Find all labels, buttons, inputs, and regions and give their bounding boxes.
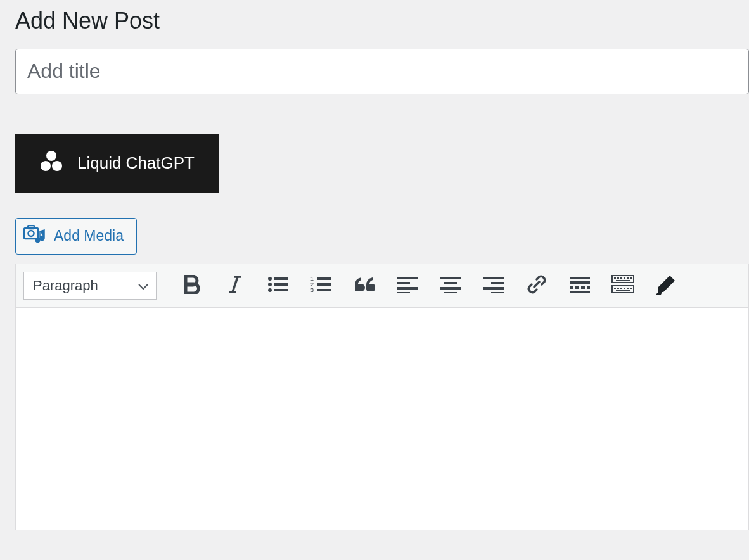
svg-rect-32 (491, 292, 504, 293)
page-title: Add New Post (15, 6, 749, 36)
svg-rect-24 (397, 292, 410, 293)
svg-rect-29 (483, 277, 504, 279)
editor-toolbar: Paragraph (16, 264, 748, 308)
svg-rect-3 (24, 228, 38, 239)
svg-rect-36 (575, 286, 579, 289)
svg-rect-46 (630, 277, 632, 279)
keyboard-icon (611, 275, 634, 296)
read-more-icon (570, 276, 590, 295)
svg-rect-12 (274, 283, 288, 286)
liquid-icon (39, 150, 63, 176)
align-right-button[interactable] (478, 270, 509, 301)
svg-rect-41 (614, 277, 616, 279)
svg-point-0 (46, 151, 56, 161)
toolbar-toggle-button[interactable] (608, 270, 638, 301)
liquid-button-label: Liquid ChatGPT (77, 153, 195, 173)
svg-rect-25 (440, 277, 461, 279)
svg-rect-20 (317, 289, 331, 291)
svg-point-1 (41, 161, 51, 171)
svg-rect-33 (570, 277, 590, 279)
svg-point-4 (29, 231, 34, 236)
svg-rect-38 (587, 286, 590, 289)
svg-rect-54 (630, 288, 632, 289)
svg-rect-40 (612, 276, 634, 283)
highlighter-button[interactable] (651, 270, 681, 301)
svg-rect-55 (616, 290, 630, 291)
svg-rect-50 (617, 288, 619, 289)
svg-rect-10 (274, 277, 288, 280)
add-media-button[interactable]: Add Media (15, 218, 137, 255)
bold-icon (183, 275, 201, 296)
align-left-button[interactable] (392, 270, 423, 301)
liquid-chatgpt-button[interactable]: Liquid ChatGPT (15, 134, 219, 193)
svg-rect-23 (397, 287, 418, 290)
svg-rect-47 (616, 280, 630, 281)
read-more-button[interactable] (565, 270, 595, 301)
svg-rect-27 (440, 287, 461, 290)
bold-button[interactable] (177, 270, 207, 301)
svg-rect-51 (620, 288, 622, 289)
svg-rect-22 (397, 282, 410, 284)
camera-music-icon (23, 225, 46, 248)
svg-point-9 (268, 277, 272, 281)
quote-icon (354, 276, 375, 295)
align-center-button[interactable] (435, 270, 466, 301)
bullet-list-button[interactable] (263, 270, 293, 301)
align-left-icon (397, 276, 418, 295)
svg-rect-45 (627, 277, 629, 279)
italic-icon (227, 275, 243, 296)
svg-rect-18 (317, 283, 331, 286)
svg-rect-43 (620, 277, 622, 279)
svg-rect-16 (317, 277, 331, 280)
link-button[interactable] (522, 270, 552, 301)
format-select[interactable]: Paragraph (23, 272, 157, 300)
svg-rect-26 (444, 282, 457, 284)
title-input-wrap (15, 49, 749, 94)
svg-line-8 (233, 277, 238, 292)
svg-rect-5 (28, 226, 34, 229)
svg-rect-14 (274, 289, 288, 291)
svg-text:3: 3 (310, 287, 314, 293)
format-select-value: Paragraph (33, 277, 98, 294)
editor-content[interactable] (16, 308, 748, 530)
svg-point-2 (52, 161, 62, 171)
svg-rect-28 (444, 292, 457, 293)
svg-rect-30 (491, 282, 504, 284)
add-media-label: Add Media (54, 227, 124, 245)
svg-rect-44 (624, 277, 625, 279)
svg-rect-31 (483, 287, 504, 290)
svg-rect-21 (397, 277, 418, 279)
svg-point-11 (268, 283, 272, 286)
svg-rect-39 (570, 291, 590, 293)
numbered-list-icon: 1 2 3 (310, 276, 332, 295)
svg-rect-49 (614, 288, 616, 289)
blockquote-button[interactable] (349, 270, 380, 301)
svg-rect-52 (624, 288, 625, 289)
svg-rect-37 (581, 286, 585, 289)
svg-point-13 (268, 288, 272, 292)
align-right-icon (483, 276, 504, 295)
editor-wrap: Paragraph (15, 264, 749, 530)
link-icon (526, 274, 547, 297)
svg-rect-48 (612, 286, 634, 293)
bullet-list-icon (267, 276, 289, 295)
numbered-list-button[interactable]: 1 2 3 (306, 270, 336, 301)
title-input[interactable] (15, 49, 749, 94)
italic-button[interactable] (220, 270, 250, 301)
chevron-down-icon (138, 277, 148, 294)
svg-rect-34 (570, 281, 590, 284)
svg-rect-35 (570, 286, 573, 289)
svg-rect-42 (617, 277, 619, 279)
svg-rect-53 (627, 288, 629, 289)
align-center-icon (440, 276, 461, 295)
highlighter-icon (655, 274, 677, 297)
